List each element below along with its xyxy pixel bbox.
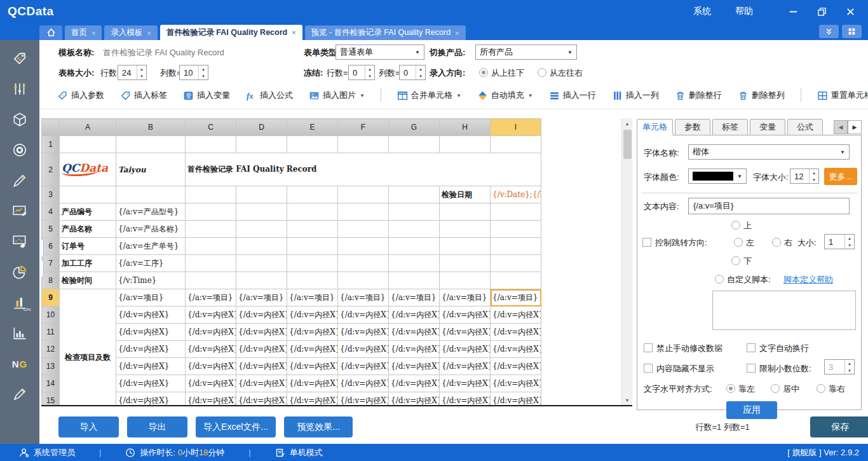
spinner-arrows[interactable]: ▲▼ (844, 235, 854, 249)
insert-parameter-button[interactable]: 插入参数 (57, 90, 104, 101)
collapse-tabs-button[interactable] (819, 25, 839, 38)
grid-cell[interactable]: {/d:v=内径X} (236, 306, 287, 324)
grid-cell[interactable] (236, 272, 287, 289)
row-header-1[interactable]: 1 (42, 136, 60, 153)
grid-cell[interactable]: {/d:v=内径X} (116, 375, 186, 392)
column-header-G[interactable]: G (389, 119, 440, 136)
align-left-radio[interactable]: 靠左 (726, 383, 755, 395)
row-header-6[interactable]: 6 (42, 238, 60, 255)
direction-left-right-radio[interactable]: 从左往右 (538, 67, 583, 79)
grid-cell[interactable] (440, 136, 491, 153)
col-count-spinner[interactable]: 10 ▲▼ (179, 65, 208, 80)
field-label-cell[interactable]: 检验时间 (60, 272, 116, 289)
scroll-down-icon[interactable]: ▼ (622, 395, 632, 405)
grid-cell[interactable] (491, 272, 541, 289)
grid-cell[interactable] (338, 255, 389, 272)
grid-cell[interactable]: {/d:v=内径X} (389, 341, 440, 358)
delete-column-button[interactable]: 删除整列 (738, 90, 785, 101)
text-content-input[interactable]: {/a:v=项目} (688, 198, 850, 214)
grid-cell[interactable]: {/d:v=内径X} (287, 358, 338, 375)
tab-item[interactable]: 录入模板× (104, 25, 157, 40)
sidebar-item-histogram[interactable] (11, 325, 29, 341)
grid-cell[interactable] (236, 255, 287, 272)
grid-cell[interactable] (287, 136, 338, 153)
grid-cell[interactable]: {/d:v=内径X} (236, 324, 287, 341)
sidebar-item-edit[interactable] (11, 172, 29, 189)
form-type-select[interactable]: 普通表单 ▼ (336, 45, 424, 60)
column-header-F[interactable]: F (338, 119, 389, 136)
forbid-edit-checkbox[interactable]: 禁止手动修改数据 (644, 343, 722, 354)
grid-cell[interactable]: {/d:v=内径X} (186, 306, 236, 324)
grid-cell[interactable] (491, 136, 541, 153)
grid-cell[interactable] (338, 238, 389, 255)
grid-cell[interactable]: {/a:v=项目} (440, 289, 491, 306)
export-button[interactable]: 导出 (127, 416, 187, 437)
field-template-cell[interactable]: {/a:v=产品名称} (116, 221, 186, 238)
apply-button[interactable]: 应用 (726, 401, 777, 419)
grid-cell[interactable]: {/d:v=内径X} (440, 392, 491, 407)
row-header-4[interactable]: 4 (42, 203, 60, 221)
grid-cell[interactable] (60, 136, 116, 153)
grid-cell[interactable]: {/d:v=内径X} (389, 375, 440, 392)
grid-cell[interactable] (440, 221, 491, 238)
jump-right-radio[interactable]: 右 (772, 237, 792, 249)
minimize-button[interactable] (789, 7, 798, 17)
menu-system[interactable]: 系统 (693, 6, 711, 17)
grid-cell[interactable]: {/d:v=内径X} (389, 392, 440, 407)
column-header-D[interactable]: D (236, 119, 287, 136)
freeze-rows-spinner[interactable]: 0 ▲▼ (348, 65, 375, 80)
field-template-cell[interactable]: {/a:v=产品型号} (116, 203, 186, 221)
grid-cell[interactable] (236, 136, 287, 153)
grid-cell[interactable] (60, 186, 116, 203)
chevron-down-icon[interactable]: ▼ (456, 93, 461, 99)
grid-cell[interactable] (186, 255, 236, 272)
grid-cell[interactable]: {/d:v=内径X} (236, 358, 287, 375)
sidebar-item-products[interactable] (11, 111, 29, 128)
grid-cell[interactable]: {/d:v=内径X} (116, 358, 186, 375)
grid-cell[interactable]: {/d:v=内径X} (491, 375, 541, 392)
column-header-C[interactable]: C (186, 119, 236, 136)
import-button[interactable]: 导入 (58, 416, 119, 437)
panel-tab-单元格[interactable]: 单元格 (637, 119, 673, 135)
row-header-5[interactable]: 5 (42, 221, 60, 238)
jump-size-spinner[interactable]: 1 ▲▼ (824, 234, 855, 249)
grid-cell[interactable] (236, 203, 287, 221)
grid-cell[interactable]: {/d:v=内径X} (236, 375, 287, 392)
grid-cell[interactable] (440, 255, 491, 272)
grid-cell[interactable]: {/d:v=内径X} (236, 392, 287, 407)
scrollbar-thumb[interactable] (623, 130, 632, 159)
hide-content-checkbox[interactable]: 内容隐藏不显示 (644, 363, 714, 375)
sidebar-item-cpk[interactable]: CPK (11, 294, 29, 311)
reset-cell-button[interactable]: 重置单元格 (817, 90, 868, 101)
column-header-A[interactable]: A (60, 119, 116, 136)
row-header-11[interactable]: 11 (42, 324, 60, 341)
grid-cell[interactable] (389, 136, 440, 153)
grid-cell[interactable] (236, 186, 287, 203)
restore-button[interactable] (817, 7, 827, 17)
grid-cell[interactable]: {/d:v=内径X} (338, 358, 389, 375)
grid-cell[interactable] (186, 136, 236, 153)
grid-cell[interactable]: {/d:v=内径X} (389, 324, 440, 341)
select-all-corner[interactable] (42, 119, 60, 136)
grid-cell[interactable]: {/d:v=内径X} (389, 358, 440, 375)
grid-cell[interactable]: {/d:v=内径X} (491, 324, 541, 341)
grid-cell[interactable] (440, 203, 491, 221)
grid-cell[interactable] (186, 238, 236, 255)
grid-cell[interactable] (440, 272, 491, 289)
grid-cell[interactable]: {/d:v=内径X} (116, 324, 186, 341)
sidebar-item-template-design[interactable] (11, 203, 29, 219)
panel-tab-参数[interactable]: 参数 (675, 119, 710, 135)
jump-left-radio[interactable]: 左 (734, 237, 754, 249)
align-right-radio[interactable]: 靠右 (817, 383, 845, 395)
row-header-12[interactable]: 12 (42, 341, 60, 358)
tab-item[interactable]: 首页× (65, 25, 102, 40)
grid-cell[interactable] (338, 186, 389, 203)
switch-product-select[interactable]: 所有产品 ▼ (475, 45, 577, 60)
spinner-arrows[interactable]: ▲▼ (365, 65, 374, 79)
grid-cell[interactable]: {/a:v=项目} (236, 289, 287, 306)
custom-script-radio[interactable]: 自定义脚本: (715, 274, 771, 286)
grid-cell[interactable] (186, 221, 236, 238)
menu-help[interactable]: 帮助 (735, 6, 753, 17)
grid-cell[interactable]: {/d:v=内径X} (116, 392, 186, 407)
word-wrap-checkbox[interactable]: 文字自动换行 (747, 343, 809, 354)
